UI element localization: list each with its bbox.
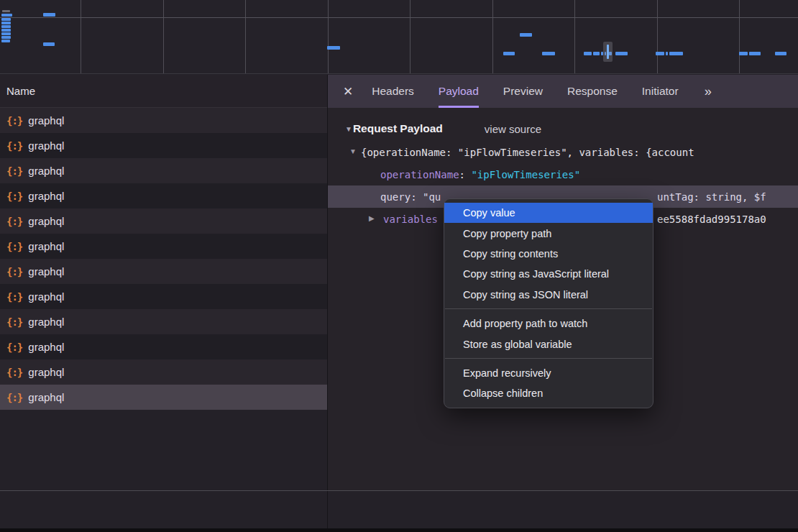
json-braces-icon: {:} bbox=[6, 291, 22, 303]
request-name: graphql bbox=[28, 114, 64, 127]
json-braces-icon: {:} bbox=[6, 140, 22, 152]
menu-separator bbox=[445, 358, 652, 359]
waterfall-bar bbox=[584, 52, 592, 55]
menu-item-copy-string-as-json-literal[interactable]: Copy string as JSON literal bbox=[444, 285, 653, 305]
overview-gridline-horizontal bbox=[0, 17, 798, 18]
tree-text: : bbox=[459, 169, 472, 180]
request-name: graphql bbox=[28, 316, 64, 328]
menu-separator bbox=[445, 308, 652, 309]
json-braces-icon: {:} bbox=[6, 191, 22, 202]
waterfall-bar bbox=[1, 40, 10, 42]
menu-item-copy-string-contents[interactable]: Copy string contents bbox=[444, 244, 653, 264]
json-braces-icon: {:} bbox=[6, 316, 22, 328]
overview-gridline bbox=[492, 0, 493, 74]
request-row[interactable]: {:}graphql bbox=[0, 309, 327, 334]
property-key: operationName bbox=[380, 169, 459, 180]
tree-row-text: operationName: "ipFlowTimeseries" bbox=[380, 169, 580, 180]
request-row[interactable]: {:}graphql bbox=[0, 108, 327, 133]
request-name: graphql bbox=[28, 366, 64, 378]
overview-selection-tick bbox=[607, 45, 609, 59]
name-column-header[interactable]: Name bbox=[0, 75, 327, 108]
expanded-arrow-icon[interactable]: ▼ bbox=[349, 147, 357, 155]
tab-headers[interactable]: Headers bbox=[372, 75, 414, 108]
menu-item-copy-value[interactable]: Copy value bbox=[444, 203, 653, 223]
tab-preview[interactable]: Preview bbox=[503, 75, 543, 108]
payload-tree-row[interactable]: operationName: "ipFlowTimeseries" bbox=[328, 163, 798, 185]
menu-item-expand-recursively[interactable]: Expand recursively bbox=[444, 363, 653, 383]
overview-gridline bbox=[739, 0, 740, 74]
network-waterfall-overview[interactable] bbox=[0, 0, 798, 74]
waterfall-bar bbox=[1, 29, 11, 32]
tree-row-text: {operationName: "ipFlowTimeseries", vari… bbox=[361, 147, 694, 158]
menu-item-add-property-path-to-watch[interactable]: Add property path to watch bbox=[444, 313, 653, 334]
tab-initiator[interactable]: Initiator bbox=[642, 75, 679, 108]
property-value: "ipFlowTimeseries" bbox=[471, 169, 580, 180]
menu-item-copy-string-as-javascript-literal[interactable]: Copy string as JavaScript literal bbox=[444, 264, 653, 284]
waterfall-bar bbox=[656, 52, 664, 55]
request-row[interactable]: {:}graphql bbox=[0, 133, 327, 158]
request-row[interactable]: {:}graphql bbox=[0, 284, 327, 309]
menu-item-copy-property-path[interactable]: Copy property path bbox=[444, 223, 653, 243]
tab-payload[interactable]: Payload bbox=[439, 75, 479, 108]
overview-gridline bbox=[574, 0, 575, 74]
waterfall-bar bbox=[1, 22, 11, 24]
devtools-window: Name ✕ HeadersPayloadPreviewResponseInit… bbox=[0, 0, 798, 532]
tab-response[interactable]: Response bbox=[567, 75, 618, 108]
close-icon[interactable]: ✕ bbox=[343, 84, 353, 99]
section-title: Request Payload bbox=[353, 122, 443, 135]
request-row[interactable]: {:}graphql bbox=[0, 334, 327, 359]
property-key: variables bbox=[383, 214, 438, 225]
waterfall-bar bbox=[327, 46, 340, 50]
waterfall-bar bbox=[542, 52, 555, 55]
waterfall-bar bbox=[775, 52, 786, 55]
request-row[interactable]: {:}graphql bbox=[0, 208, 327, 234]
view-source-toggle[interactable]: view source bbox=[485, 123, 541, 135]
json-braces-icon: {:} bbox=[6, 241, 22, 252]
request-name: graphql bbox=[28, 139, 64, 152]
more-tabs-icon[interactable]: » bbox=[705, 84, 710, 99]
request-list: {:}graphql{:}graphql{:}graphql{:}graphql… bbox=[0, 108, 327, 490]
request-row[interactable]: {:}graphql bbox=[0, 359, 327, 385]
payload-tree-row[interactable]: ▼{operationName: "ipFlowTimeseries", var… bbox=[328, 141, 798, 163]
request-row[interactable]: {:}graphql bbox=[0, 158, 327, 183]
request-row[interactable]: {:}graphql bbox=[0, 234, 327, 259]
waterfall-bar bbox=[739, 52, 748, 55]
overview-gridline bbox=[328, 0, 329, 74]
json-braces-icon: {:} bbox=[6, 266, 22, 278]
pane-divider[interactable] bbox=[327, 75, 328, 532]
waterfall-bar bbox=[1, 36, 11, 39]
request-payload-header: ▼ Request Payload view source bbox=[328, 119, 541, 138]
tree-text: query bbox=[380, 191, 411, 203]
detail-tabbar: ✕ HeadersPayloadPreviewResponseInitiator… bbox=[327, 75, 798, 108]
waterfall-bar bbox=[2, 10, 10, 12]
request-name: graphql bbox=[28, 341, 64, 353]
request-name: graphql bbox=[28, 240, 64, 252]
request-name: graphql bbox=[28, 215, 64, 227]
overview-gridline bbox=[657, 0, 658, 74]
section-collapse-icon[interactable]: ▼ bbox=[345, 125, 352, 133]
json-braces-icon: {:} bbox=[6, 392, 22, 403]
waterfall-bar bbox=[593, 52, 600, 55]
waterfall-bar bbox=[749, 52, 761, 55]
tree-row-clipped-text: untTag: string, $f bbox=[657, 185, 766, 208]
waterfall-bar bbox=[503, 52, 515, 55]
tabs-container: HeadersPayloadPreviewResponseInitiator bbox=[372, 75, 702, 108]
json-braces-icon: {:} bbox=[6, 341, 22, 353]
waterfall-bar bbox=[615, 52, 628, 55]
menu-item-collapse-children[interactable]: Collapse children bbox=[444, 383, 653, 403]
request-name: graphql bbox=[28, 165, 64, 177]
tree-text: "qu bbox=[423, 191, 441, 203]
waterfall-bar bbox=[1, 18, 11, 21]
collapsed-arrow-icon[interactable]: ▶ bbox=[369, 214, 375, 222]
request-name: graphql bbox=[28, 265, 64, 278]
name-column-label: Name bbox=[6, 85, 35, 97]
request-row[interactable]: {:}graphql bbox=[0, 385, 327, 410]
json-braces-icon: {:} bbox=[6, 115, 22, 127]
json-braces-icon: {:} bbox=[6, 165, 22, 177]
menu-item-store-as-global-variable[interactable]: Store as global variable bbox=[444, 334, 653, 354]
waterfall-bar bbox=[43, 13, 55, 17]
request-row[interactable]: {:}graphql bbox=[0, 259, 327, 284]
tree-text: {operationName: "ipFlowTimeseries", vari… bbox=[361, 147, 694, 158]
request-row[interactable]: {:}graphql bbox=[0, 183, 327, 208]
window-bottom-edge bbox=[0, 528, 798, 532]
